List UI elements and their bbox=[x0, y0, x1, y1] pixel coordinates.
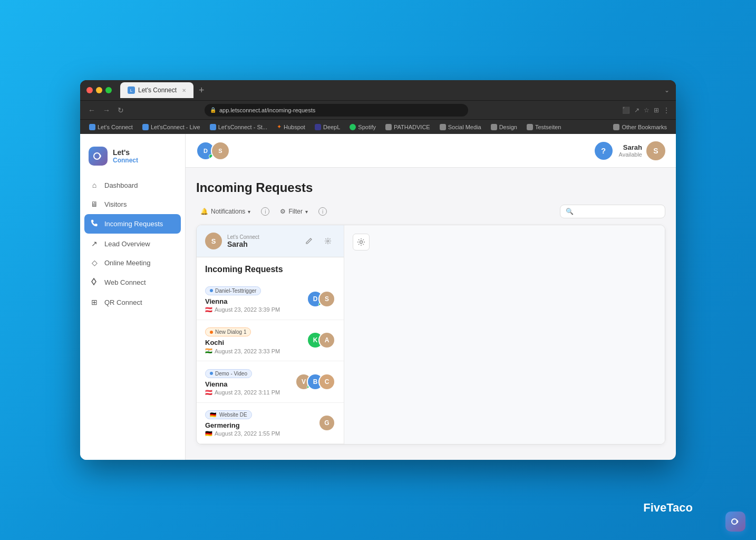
home-icon: ⌂ bbox=[90, 181, 99, 189]
top-bar-right: ? Sarah Available S bbox=[595, 141, 665, 160]
minimize-window-button[interactable] bbox=[96, 87, 102, 93]
req-avatar: A bbox=[318, 332, 335, 349]
chat-list-panel: S Let's Connect Sarah bbox=[197, 225, 344, 444]
bookmark-letsconnect-live[interactable]: Let'sConnect - Live bbox=[139, 123, 204, 131]
list-item[interactable]: Demo - Video Vienna 🇦🇹 August 23, 2022 3… bbox=[197, 361, 344, 403]
cast-icon[interactable]: ⬛ bbox=[622, 107, 630, 114]
settings-button[interactable] bbox=[321, 234, 335, 248]
trend-icon: ↗ bbox=[90, 239, 99, 248]
logo-sub: Connect bbox=[113, 157, 138, 164]
filter-info-icon[interactable]: i bbox=[318, 207, 327, 216]
bookmark-testseiten[interactable]: Testseiten bbox=[523, 123, 565, 131]
bookmark-letsconnect-st[interactable]: Let'sConnect - St... bbox=[206, 123, 271, 131]
tab-label: Let's Connect bbox=[138, 86, 177, 94]
req-avatar: C bbox=[318, 373, 335, 390]
request-location-2: Kochi bbox=[205, 339, 302, 346]
app-logo-icon bbox=[89, 147, 108, 166]
request-time-1: 🇦🇹 August 23, 2022 3:39 PM bbox=[205, 306, 302, 313]
bookmark-social-media[interactable]: Social Media bbox=[436, 123, 485, 131]
sidebar-item-label-lead: Lead Overview bbox=[104, 240, 150, 248]
right-panel-header bbox=[353, 234, 656, 257]
user-name-status: Sarah Available bbox=[619, 143, 642, 158]
share-icon[interactable]: ↗ bbox=[634, 107, 639, 114]
bookmark-design[interactable]: Design bbox=[487, 123, 521, 131]
maximize-window-button[interactable] bbox=[105, 87, 112, 93]
fivetaco-brand: FiveTaco bbox=[643, 501, 693, 515]
flag-icon-2: 🇮🇳 bbox=[205, 348, 212, 354]
logo-text: Let's Connect bbox=[113, 148, 138, 164]
sidebar-item-label-dashboard: Dashboard bbox=[104, 181, 138, 189]
more-icon[interactable]: ⋮ bbox=[663, 107, 670, 114]
help-button[interactable]: ? bbox=[595, 142, 613, 160]
sidebar-item-label-web: Web Connect bbox=[104, 278, 146, 286]
search-input[interactable] bbox=[577, 208, 660, 215]
sidebar-item-lead-overview[interactable]: ↗ Lead Overview bbox=[84, 235, 181, 253]
chat-agent-avatar: S bbox=[205, 233, 222, 249]
list-item[interactable]: New Dialog 1 Kochi 🇮🇳 August 23, 2022 3:… bbox=[197, 320, 344, 362]
list-item[interactable]: Daniel-Testtrigger Vienna 🇦🇹 August 23, … bbox=[197, 278, 344, 320]
user-avatar[interactable]: S bbox=[646, 141, 665, 160]
req-avatar: S bbox=[318, 291, 335, 307]
svg-marker-1 bbox=[92, 278, 96, 285]
notifications-chevron: ▾ bbox=[248, 209, 250, 215]
bookmark-hubspot[interactable]: ✦ Hubspot bbox=[273, 122, 309, 131]
lock-icon: 🔒 bbox=[210, 107, 216, 113]
url-text: app.letsconnect.at/incoming-requests bbox=[219, 107, 315, 113]
tab-close-button[interactable]: ✕ bbox=[182, 88, 186, 93]
url-bar[interactable]: 🔒 app.letsconnect.at/incoming-requests bbox=[205, 104, 468, 117]
flag-icon-1: 🇦🇹 bbox=[205, 306, 212, 313]
notifications-button[interactable]: 🔔 Notifications ▾ bbox=[196, 206, 255, 217]
sidebar-item-incoming-requests[interactable]: Incoming Requests bbox=[84, 214, 181, 234]
bookmark-deepl[interactable]: DeepL bbox=[311, 123, 344, 131]
panel-container: S Let's Connect Sarah bbox=[196, 225, 665, 445]
request-time-2: 🇮🇳 August 23, 2022 3:33 PM bbox=[205, 348, 302, 354]
edit-button[interactable] bbox=[302, 234, 316, 248]
sidebar-item-online-meeting[interactable]: ◇ Online Meeting bbox=[84, 254, 181, 272]
sidebar-item-dashboard[interactable]: ⌂ Dashboard bbox=[84, 176, 181, 194]
filter-label: Filter bbox=[288, 208, 303, 215]
sidebar-item-web-connect[interactable]: Web Connect bbox=[84, 273, 181, 292]
close-window-button[interactable] bbox=[86, 87, 93, 93]
bookmarks-bar: Let's Connect Let'sConnect - Live Let'sC… bbox=[80, 119, 676, 134]
window-collapse-button[interactable]: ⌄ bbox=[664, 86, 670, 94]
bell-icon: 🔔 bbox=[200, 208, 208, 215]
address-bar: ← → ↻ 🔒 app.letsconnect.at/incoming-requ… bbox=[80, 100, 676, 119]
right-panel-settings-button[interactable] bbox=[353, 234, 370, 250]
request-time-4: 🇩🇪 August 23, 2022 1:55 PM bbox=[205, 430, 313, 437]
request-info-2: New Dialog 1 Kochi 🇮🇳 August 23, 2022 3:… bbox=[205, 326, 302, 355]
request-location-4: Germering bbox=[205, 421, 313, 429]
bookmark-pathadvice[interactable]: PATHADVICE bbox=[382, 123, 434, 131]
bookmark-other[interactable]: Other Bookmarks bbox=[609, 123, 671, 131]
tab-bar: L Let's Connect ✕ + bbox=[120, 82, 660, 98]
chat-list-header: S Let's Connect Sarah bbox=[197, 225, 344, 257]
sidebar: Let's Connect ⌂ Dashboard 🖥 Visitors bbox=[80, 134, 186, 460]
title-bar: L Let's Connect ✕ + ⌄ bbox=[80, 80, 676, 100]
page-title: Incoming Requests bbox=[196, 180, 665, 195]
notifications-info-icon[interactable]: i bbox=[261, 207, 269, 216]
top-bar: D S ? Sarah Available S bbox=[186, 134, 676, 168]
list-item[interactable]: 🇩🇪 Website DE Germering 🇩🇪 August 23, 20… bbox=[197, 403, 344, 444]
bookmark-letsconnect[interactable]: Let's Connect bbox=[85, 123, 137, 131]
extensions-icon[interactable]: ⊞ bbox=[654, 107, 659, 114]
refresh-button[interactable]: ↻ bbox=[116, 106, 125, 114]
forward-button[interactable]: → bbox=[101, 106, 112, 114]
active-tab[interactable]: L Let's Connect ✕ bbox=[120, 82, 193, 98]
back-button[interactable]: ← bbox=[86, 106, 97, 114]
req-avatar: G bbox=[318, 414, 335, 431]
new-tab-button[interactable]: + bbox=[196, 85, 208, 96]
browser-window: L Let's Connect ✕ + ⌄ ← → ↻ 🔒 app.letsco… bbox=[80, 80, 676, 460]
request-location-1: Vienna bbox=[205, 297, 302, 305]
request-tag-3: Demo - Video bbox=[205, 369, 252, 378]
request-tag-4: 🇩🇪 Website DE bbox=[205, 410, 252, 419]
request-time-3: 🇦🇹 August 23, 2022 3:11 PM bbox=[205, 389, 290, 396]
agent-avatars: D S bbox=[196, 141, 230, 160]
bookmark-icon[interactable]: ☆ bbox=[644, 107, 650, 114]
bookmark-spotify[interactable]: Spotify bbox=[346, 123, 380, 131]
filter-bar: 🔔 Notifications ▾ i ⚙ Filter ▾ i 🔍 bbox=[196, 205, 665, 218]
request-info-1: Daniel-Testtrigger Vienna 🇦🇹 August 23, … bbox=[205, 285, 302, 313]
tab-favicon: L bbox=[128, 86, 135, 94]
filter-button[interactable]: ⚙ Filter ▾ bbox=[276, 206, 312, 217]
right-panel bbox=[344, 225, 665, 444]
sidebar-item-visitors[interactable]: 🖥 Visitors bbox=[84, 195, 181, 213]
sidebar-item-qr-connect[interactable]: ⊞ QR Connect bbox=[84, 293, 181, 311]
